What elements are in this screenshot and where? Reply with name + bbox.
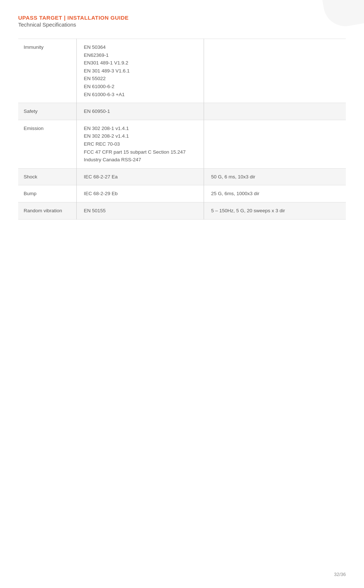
row-details xyxy=(204,120,346,168)
table-section: ImmunityEN 50364EN62369-1EN301 489-1 V1.… xyxy=(18,39,346,220)
row-details: 25 G, 6ms, 1000x3 dir xyxy=(204,185,346,202)
table-row: Random vibrationEN 501555 – 150Hz, 5 G, … xyxy=(18,202,346,219)
row-details xyxy=(204,103,346,120)
row-label: Safety xyxy=(18,103,76,120)
table-row: BumpIEC 68-2-29 Eb25 G, 6ms, 1000x3 dir xyxy=(18,185,346,202)
row-standard: EN 50364EN62369-1EN301 489-1 V1.9.2EN 30… xyxy=(76,39,204,103)
page-container: UPASS TARGET | INSTALLATION GUIDE Techni… xyxy=(0,0,364,588)
row-standard: EN 50155 xyxy=(76,202,204,219)
corner-decoration xyxy=(320,0,364,29)
table-row: ImmunityEN 50364EN62369-1EN301 489-1 V1.… xyxy=(18,39,346,103)
table-row: ShockIEC 68-2-27 Ea50 G, 6 ms, 10x3 dir xyxy=(18,168,346,185)
row-label: Shock xyxy=(18,168,76,185)
row-standard: EN 302 208-1 v1.4.1EN 302 208-2 v1.4.1ER… xyxy=(76,120,204,168)
table-row: EmissionEN 302 208-1 v1.4.1EN 302 208-2 … xyxy=(18,120,346,168)
page-number: 32/36 xyxy=(334,572,346,577)
header-subtitle: Technical Specifications xyxy=(18,21,346,28)
row-details xyxy=(204,39,346,103)
row-standard: IEC 68-2-27 Ea xyxy=(76,168,204,185)
table-row: SafetyEN 60950-1 xyxy=(18,103,346,120)
row-standard: EN 60950-1 xyxy=(76,103,204,120)
row-label: Emission xyxy=(18,120,76,168)
row-standard: IEC 68-2-29 Eb xyxy=(76,185,204,202)
header-section: UPASS TARGET | INSTALLATION GUIDE Techni… xyxy=(18,15,346,28)
row-details: 5 – 150Hz, 5 G, 20 sweeps x 3 dir xyxy=(204,202,346,219)
spec-table: ImmunityEN 50364EN62369-1EN301 489-1 V1.… xyxy=(18,39,346,220)
row-details: 50 G, 6 ms, 10x3 dir xyxy=(204,168,346,185)
row-label: Immunity xyxy=(18,39,76,103)
row-label: Bump xyxy=(18,185,76,202)
header-title: UPASS TARGET | INSTALLATION GUIDE xyxy=(18,15,346,21)
row-label: Random vibration xyxy=(18,202,76,219)
